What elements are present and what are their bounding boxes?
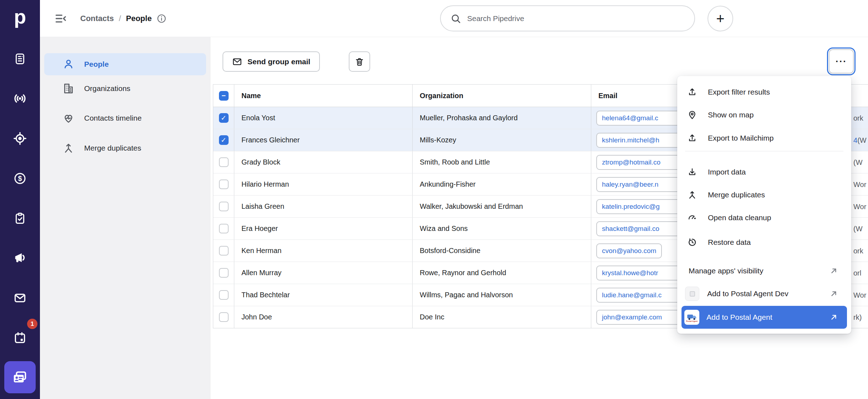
row-checkbox[interactable] xyxy=(219,180,229,189)
menu-item-add-to-postal-agent-dev[interactable]: Add to Postal Agent Dev xyxy=(681,282,847,305)
sidebar-item-organizations[interactable]: Organizations xyxy=(44,77,206,100)
phone-fragment: ork xyxy=(853,107,863,129)
menu-item-import-data[interactable]: Import data xyxy=(681,161,847,183)
organization-name[interactable]: Botsford-Considine xyxy=(413,240,591,262)
merge-icon xyxy=(686,190,698,200)
email-link[interactable]: cvon@yahoo.com xyxy=(596,243,662,258)
person-name[interactable]: John Doe xyxy=(234,306,413,328)
external-link-icon xyxy=(829,289,838,298)
select-all-checkbox[interactable] xyxy=(219,91,229,101)
menu-item-restore-data[interactable]: Restore data xyxy=(681,231,847,254)
row-checkbox[interactable] xyxy=(219,224,229,233)
person-name[interactable]: Enola Yost xyxy=(234,107,413,129)
nav-campaigns-icon[interactable] xyxy=(0,250,40,266)
person-name[interactable]: Hilario Herman xyxy=(234,173,413,195)
row-checkbox[interactable] xyxy=(219,290,229,300)
row-checkbox[interactable] xyxy=(219,113,229,123)
sidebar-item-contacts-timeline[interactable]: Contacts timeline xyxy=(44,107,206,129)
journal-icon xyxy=(14,52,26,65)
organization-name[interactable]: Rowe, Raynor and Gerhold xyxy=(413,262,591,284)
organization-name[interactable]: Ankunding-Fisher xyxy=(413,173,591,195)
menu-item-open-data-cleanup[interactable]: Open data cleanup xyxy=(681,206,847,229)
export-icon xyxy=(686,133,698,143)
nav-focus-icon[interactable] xyxy=(0,131,40,146)
person-name[interactable]: Era Hoeger xyxy=(234,218,413,239)
svg-text:Postal Agent: Postal Agent xyxy=(686,320,698,322)
envelope-icon xyxy=(13,291,27,305)
organization-name[interactable]: Mueller, Prohaska and Gaylord xyxy=(413,107,591,129)
nav-deals-icon[interactable]: $ xyxy=(0,171,40,186)
row-checkbox[interactable] xyxy=(219,157,229,167)
main-nav-rail: p $ xyxy=(0,0,40,399)
svg-text:$: $ xyxy=(18,175,22,182)
row-checkbox[interactable] xyxy=(219,268,229,278)
quick-add-button[interactable]: + xyxy=(708,6,733,31)
menu-item-manage-apps-visibility[interactable]: Manage apps' visibility xyxy=(681,259,847,282)
export-icon xyxy=(686,87,698,97)
megaphone-icon xyxy=(13,251,27,265)
person-name[interactable]: Laisha Green xyxy=(234,196,413,217)
menu-divider xyxy=(685,151,843,151)
postal-agent-app-icon: Postal Agent xyxy=(684,310,699,325)
import-icon xyxy=(686,167,698,177)
sidebar-item-people[interactable]: People xyxy=(44,53,206,75)
organization-name[interactable]: Doe Inc xyxy=(413,306,591,328)
organization-name[interactable]: Smith, Roob and Little xyxy=(413,151,591,173)
sidebar-item-label: Organizations xyxy=(84,84,131,93)
organization-name[interactable]: Wiza and Sons xyxy=(413,218,591,239)
phone-link[interactable]: 4 xyxy=(853,136,857,145)
sidebar-item-label: Contacts timeline xyxy=(84,114,142,122)
nav-activities-icon[interactable] xyxy=(0,211,40,226)
menu-item-add-to-postal-agent[interactable]: Postal Agent Add to Postal Agent xyxy=(681,306,847,329)
phone-fragment: 4 (W xyxy=(853,129,867,151)
breadcrumb-section[interactable]: Contacts xyxy=(80,14,114,23)
nav-mail-icon[interactable] xyxy=(0,290,40,306)
person-name[interactable]: Frances Gleichner xyxy=(234,129,413,151)
nav-campaign-broadcast-icon[interactable] xyxy=(0,91,40,106)
dollar-circle-icon: $ xyxy=(13,172,27,185)
phone-fragment: rk) xyxy=(853,306,862,328)
target-icon xyxy=(13,132,27,145)
organization-name[interactable]: Walker, Jakubowski and Erdman xyxy=(413,196,591,217)
organization-name[interactable]: Willms, Pagac and Halvorson xyxy=(413,284,591,306)
phone-fragment: (W xyxy=(853,151,863,173)
app-placeholder-icon xyxy=(685,287,699,301)
person-name[interactable]: Ken Herman xyxy=(234,240,413,262)
menu-item-export-filter-results[interactable]: Export filter results xyxy=(681,81,847,103)
menu-item-merge-duplicates[interactable]: Merge duplicates xyxy=(681,183,847,206)
map-pin-icon xyxy=(686,110,698,120)
menu-item-label: Merge duplicates xyxy=(708,191,765,199)
collapse-sidebar-icon[interactable] xyxy=(55,12,67,25)
phone-fragment: orl xyxy=(853,262,861,284)
person-name[interactable]: Grady Block xyxy=(234,151,413,173)
delete-button[interactable] xyxy=(349,51,370,72)
send-group-email-label: Send group email xyxy=(247,57,310,66)
pipedrive-logo[interactable]: p xyxy=(0,5,40,28)
top-header: Contacts / People + xyxy=(40,0,868,37)
nav-contacts-active[interactable] xyxy=(4,361,36,393)
calendar-icon xyxy=(13,331,27,345)
nav-leads-icon[interactable] xyxy=(0,51,40,67)
menu-item-show-on-map[interactable]: Show on map xyxy=(681,103,847,126)
info-icon[interactable] xyxy=(157,14,167,24)
external-link-icon xyxy=(829,313,838,322)
person-name[interactable]: Allen Murray xyxy=(234,262,413,284)
send-group-email-button[interactable]: Send group email xyxy=(223,51,320,72)
more-actions-button[interactable]: ··· xyxy=(829,49,854,74)
column-header-name[interactable]: Name xyxy=(234,85,413,107)
organization-name[interactable]: Mills-Kozey xyxy=(413,129,591,151)
menu-item-export-to-mailchimp[interactable]: Export to Mailchimp xyxy=(681,127,847,150)
row-checkbox[interactable] xyxy=(219,135,229,145)
menu-item-label: Add to Postal Agent xyxy=(706,313,772,322)
global-search[interactable] xyxy=(440,5,695,31)
row-checkbox[interactable] xyxy=(219,202,229,211)
nav-calendar-icon[interactable] xyxy=(0,330,40,346)
row-checkbox[interactable] xyxy=(219,246,229,256)
search-input[interactable] xyxy=(467,14,685,23)
row-checkbox[interactable] xyxy=(219,312,229,322)
column-header-organization[interactable]: Organization xyxy=(413,85,591,107)
phone-fragment: ork xyxy=(853,240,863,262)
menu-item-label: Manage apps' visibility xyxy=(689,267,763,275)
person-name[interactable]: Thad Bechtelar xyxy=(234,284,413,306)
sidebar-item-merge-duplicates[interactable]: Merge duplicates xyxy=(44,137,206,159)
